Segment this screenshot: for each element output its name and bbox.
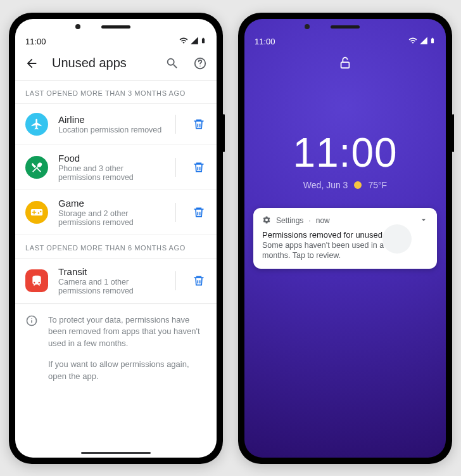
- delete-button[interactable]: [186, 112, 212, 137]
- app-subtitle: Storage and 2 other permissions removed: [58, 209, 165, 227]
- fork-icon: [25, 156, 48, 179]
- svg-point-4: [31, 318, 32, 319]
- separator: [175, 271, 176, 290]
- app-subtitle: Phone and 3 other permissions removed: [58, 164, 165, 182]
- notification-large-icon: [382, 224, 412, 254]
- gamepad-icon: [25, 201, 48, 224]
- earpiece: [101, 25, 130, 29]
- info-text-2: If you want to allow permissions again, …: [48, 359, 206, 383]
- app-row-airline[interactable]: Airline Location permission removed: [15, 104, 217, 145]
- status-time: 11:00: [255, 37, 408, 46]
- info-icon: [25, 314, 38, 383]
- status-bar: 11:00: [15, 19, 217, 49]
- notification-separator: ·: [308, 216, 310, 225]
- page-title: Unused apps: [52, 56, 152, 70]
- svg-rect-5: [341, 62, 350, 68]
- app-row-food[interactable]: Food Phone and 3 other permissions remov…: [15, 145, 217, 190]
- svg-point-1: [199, 65, 200, 66]
- cellular-icon: [419, 36, 428, 47]
- phone-unused-apps: 11:00 Unused apps: [9, 13, 223, 464]
- notification-card[interactable]: Settings · now Permissions removed for u…: [253, 208, 437, 269]
- section-header-6mo: LAST OPENED MORE THAN 6 MONTHS AGO: [15, 235, 217, 259]
- lock-clock: 11:00: [244, 129, 446, 176]
- app-name: Transit: [58, 266, 165, 277]
- app-subtitle: Location permission removed: [58, 125, 165, 134]
- app-row-transit[interactable]: Transit Camera and 1 other permissions r…: [15, 259, 217, 304]
- transit-icon: [25, 269, 48, 292]
- notification-time: now: [316, 216, 330, 225]
- delete-button[interactable]: [186, 155, 212, 180]
- wifi-icon: [179, 36, 189, 47]
- status-bar: 11:00: [244, 19, 446, 49]
- phone-lockscreen: 11:00 11:00 Wed, Jun 3 75°F: [238, 13, 452, 464]
- front-camera: [75, 24, 80, 29]
- search-button[interactable]: [165, 56, 180, 71]
- separator: [175, 158, 176, 177]
- battery-icon: [200, 35, 206, 48]
- info-block: To protect your data, permissions have b…: [15, 304, 217, 383]
- notification-app-name: Settings: [276, 216, 303, 225]
- cellular-icon: [190, 36, 199, 47]
- chevron-down-icon[interactable]: [419, 215, 428, 226]
- lock-date: Wed, Jun 3: [303, 180, 348, 190]
- app-subtitle: Camera and 1 other permissions removed: [58, 278, 165, 295]
- status-time: 11:00: [25, 37, 179, 46]
- app-bar: Unused apps: [15, 49, 217, 80]
- weather-icon: [354, 181, 362, 189]
- info-text-1: To protect your data, permissions have b…: [48, 314, 206, 351]
- lock-temp: 75°F: [368, 180, 387, 190]
- app-name: Game: [58, 198, 165, 209]
- lock-dateline: Wed, Jun 3 75°F: [244, 180, 446, 190]
- separator: [175, 115, 176, 134]
- gesture-bar[interactable]: [81, 452, 151, 454]
- delete-button[interactable]: [186, 268, 212, 293]
- earpiece: [331, 25, 360, 29]
- app-row-game[interactable]: Game Storage and 2 other permissions rem…: [15, 190, 217, 235]
- separator: [175, 203, 176, 222]
- battery-icon: [429, 35, 436, 48]
- wifi-icon: [408, 36, 418, 47]
- delete-button[interactable]: [186, 200, 212, 225]
- front-camera: [305, 24, 310, 29]
- section-header-3mo: LAST OPENED MORE THAN 3 MONTHS AGO: [15, 80, 217, 104]
- app-name: Airline: [58, 114, 165, 125]
- back-button[interactable]: [24, 56, 39, 71]
- help-button[interactable]: [193, 56, 208, 71]
- gear-icon: [262, 215, 271, 226]
- app-name: Food: [58, 153, 165, 164]
- plane-icon: [25, 113, 48, 136]
- unlock-icon[interactable]: [338, 61, 352, 72]
